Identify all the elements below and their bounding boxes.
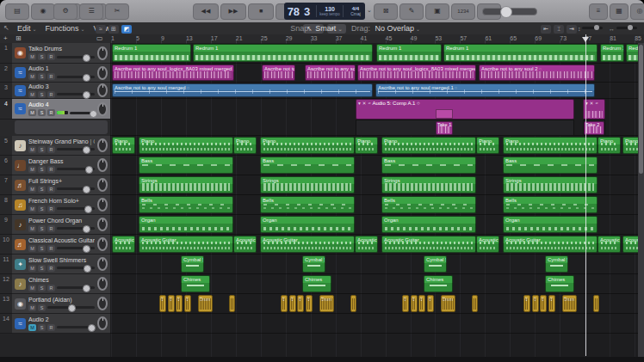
region[interactable]: Acoustic Gui	[233, 236, 257, 253]
volume-thumb[interactable]	[84, 206, 92, 213]
solo-button[interactable]: S	[38, 245, 46, 252]
region[interactable]: Drum	[562, 295, 577, 312]
track-header-body[interactable]: ♩Danger BassMSR	[12, 156, 110, 175]
region[interactable]: Strings	[260, 176, 355, 193]
mute-button[interactable]: M	[28, 324, 36, 331]
region[interactable]: Organ	[503, 216, 598, 233]
snap-menu[interactable]: Smart⌄	[315, 24, 342, 33]
pan-knob[interactable]	[97, 178, 108, 192]
track-header-config-button[interactable]: ▭	[96, 34, 103, 43]
region[interactable]: Bass	[139, 156, 233, 174]
region[interactable]: Redrum 1	[193, 44, 373, 62]
record-enable-button[interactable]: R	[47, 73, 55, 80]
region[interactable]: 0	[306, 295, 313, 312]
rewind-button[interactable]: ◀◀	[193, 3, 219, 20]
solo-button[interactable]: S	[38, 285, 46, 291]
pan-knob[interactable]	[97, 46, 108, 60]
track-header-body[interactable]: ≈Audio 1MSR	[12, 64, 110, 83]
record-enable-button[interactable]: R	[47, 265, 55, 272]
volume-thumb[interactable]	[85, 166, 93, 174]
region[interactable]: Acoustic Gui	[598, 236, 621, 253]
take-folder-region[interactable]: ▾✕≈Audio 5: Comp A.1 ○Take 1.1	[356, 99, 574, 136]
region[interactable]: 0	[289, 295, 296, 312]
solo-button[interactable]: S	[38, 324, 46, 331]
solo-button[interactable]: S	[38, 265, 46, 272]
region[interactable]: Drum	[198, 295, 213, 312]
mute-button[interactable]: M	[28, 146, 36, 153]
region[interactable]: 0	[411, 295, 418, 312]
region[interactable]: Bells	[503, 196, 598, 213]
solo-button[interactable]: S	[38, 166, 46, 173]
region[interactable]: Piano	[503, 137, 598, 154]
inspector-icon[interactable]: ◉	[31, 3, 55, 20]
track-header-taiko-drums[interactable]: 1◉Taiko DrumsMSR	[0, 43, 110, 64]
track-header-classical-acoustic-guitar[interactable]: 10♬Classical Acoustic GuitarMSR	[0, 235, 110, 255]
mute-button[interactable]: M	[28, 53, 36, 60]
scrollbar-thumb[interactable]	[639, 45, 643, 174]
volume-slider[interactable]	[47, 306, 95, 309]
region[interactable]: Ascribe not to any soul 2 ○	[479, 64, 595, 81]
pan-knob[interactable]	[97, 237, 108, 251]
region[interactable]: Acoustic Guitar	[503, 236, 598, 253]
autopunch-button[interactable]: ⊠	[374, 3, 398, 20]
region[interactable]: 0	[427, 295, 434, 312]
mute-button[interactable]: M	[28, 91, 36, 98]
settings-icon[interactable]: ⚙	[53, 3, 77, 20]
region[interactable]: Bass	[503, 156, 598, 174]
region[interactable]: Ascribe not to any soul_logicx_8A03 mixe…	[357, 64, 476, 81]
region[interactable]: Piano	[139, 137, 233, 154]
region[interactable]: Cymbal Swe	[424, 255, 447, 273]
catch-icon[interactable]: ⌶	[554, 25, 564, 34]
menu-functions[interactable]: Functions⌄	[46, 24, 85, 33]
region[interactable]: Acoustic Guitar	[139, 236, 233, 253]
record-enable-button[interactable]: R	[47, 186, 55, 193]
volume-slider[interactable]	[57, 207, 95, 210]
region[interactable]	[593, 295, 599, 312]
take-region[interactable]: Take 2	[584, 121, 604, 135]
track-header-body[interactable]: ✦Slow Swell ShimmersMSR	[12, 255, 110, 274]
region[interactable]: Piano	[476, 137, 499, 154]
mute-button[interactable]: M	[28, 186, 36, 193]
track-header-body[interactable]: ◉Portland (Aidan)MS	[12, 294, 110, 314]
solo-button[interactable]: S	[38, 109, 46, 116]
library-icon[interactable]: ▤	[5, 3, 29, 20]
region[interactable]	[350, 295, 356, 312]
volume-thumb[interactable]	[88, 324, 96, 332]
volume-slider[interactable]	[57, 168, 95, 170]
region[interactable]: Chimes	[181, 275, 210, 292]
region[interactable]: 0	[184, 295, 191, 312]
track-header-body[interactable]: ♫French Horn Solo+MSR	[12, 195, 110, 215]
volume-thumb[interactable]	[68, 304, 76, 312]
region[interactable]: Piano	[598, 137, 621, 154]
volume-thumb[interactable]	[83, 186, 90, 193]
region[interactable]: Strings	[381, 176, 476, 193]
volume-slider[interactable]	[57, 326, 95, 328]
volume-slider[interactable]	[57, 93, 95, 95]
track-header-audio-4[interactable]: 4≈Audio 4MSR	[0, 99, 110, 120]
track-header-audio-3[interactable]: 3≈Audio 3MSR	[0, 83, 110, 99]
track-header-audio-2[interactable]: 14≈Audio 2MSR	[0, 314, 110, 334]
volume-thumb[interactable]	[90, 110, 97, 118]
region[interactable]: Cymbal Swe	[545, 255, 568, 273]
region[interactable]: Chimes	[545, 275, 574, 292]
region[interactable]: Ascribe not to any soul merged.1 ○	[375, 83, 595, 97]
mute-button[interactable]: M	[28, 206, 36, 212]
pan-knob[interactable]	[97, 277, 108, 291]
region[interactable]: Bells	[381, 196, 476, 213]
region[interactable]: 0	[176, 295, 183, 312]
drag-menu[interactable]: No Overlap⌄	[375, 24, 420, 33]
region[interactable]	[472, 295, 478, 312]
volume-slider[interactable]	[57, 286, 95, 289]
region[interactable]: Ascribe not to any soul 28	[305, 64, 356, 81]
region[interactable]: Acoustic Gui	[476, 236, 499, 253]
region[interactable]: Piano	[381, 137, 476, 154]
region[interactable]: Acoustic Guitar	[260, 236, 355, 253]
record-enable-button[interactable]: R	[47, 91, 55, 98]
region[interactable]: Bells	[260, 196, 355, 213]
mute-button[interactable]: M	[28, 225, 36, 232]
region[interactable]: Drum	[319, 295, 334, 312]
region[interactable]: Chimes	[424, 275, 453, 292]
mute-button[interactable]: M	[28, 109, 36, 116]
solo-button[interactable]: S	[38, 53, 46, 60]
region[interactable]: 0	[548, 295, 555, 312]
